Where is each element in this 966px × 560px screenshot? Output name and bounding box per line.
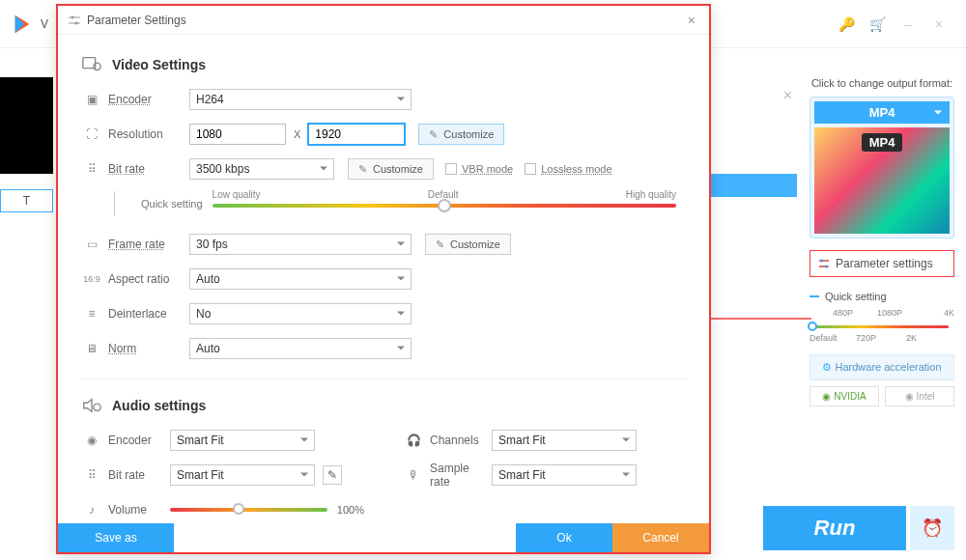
aspect-label: Aspect ratio bbox=[102, 272, 189, 286]
sample-label: Sample rate bbox=[424, 462, 492, 489]
encoder-label: Encoder bbox=[102, 93, 189, 106]
quick-setting-row: Quick setting Low quality Default High q… bbox=[81, 189, 686, 218]
film-gear-icon bbox=[81, 54, 102, 75]
output-side-panel: Click to change output format: MP4 MP4 P… bbox=[810, 77, 954, 406]
output-format-thumb: MP4 bbox=[814, 127, 950, 234]
hardware-accel-toggle[interactable]: ⚙ Hardware acceleration bbox=[810, 354, 954, 380]
svg-point-8 bbox=[94, 404, 100, 410]
quick-setting-header: Quick setting bbox=[810, 291, 954, 302]
run-button[interactable]: Run bbox=[763, 506, 906, 550]
bitrate-customize-button[interactable]: ✎Customize bbox=[348, 158, 434, 180]
left-tab[interactable]: T bbox=[0, 189, 53, 212]
video-encoder-select[interactable]: H264 bbox=[189, 89, 412, 110]
save-as-button[interactable]: Save as bbox=[58, 523, 174, 552]
channels-select[interactable]: Smart Fit bbox=[492, 430, 637, 451]
svg-point-4 bbox=[71, 15, 74, 18]
quick-setting-label: Quick setting bbox=[141, 198, 203, 210]
cart-icon[interactable]: 🛒 bbox=[862, 16, 893, 32]
encoder-row: ▣ Encoder H264 bbox=[81, 85, 686, 114]
quick-setting-slider[interactable]: 480P 1080P 4K Default 720P 2K bbox=[810, 308, 954, 347]
audio-encoder-row: ◉ Encoder Smart Fit bbox=[81, 426, 364, 455]
volume-slider[interactable] bbox=[170, 508, 327, 512]
norm-select[interactable]: Auto bbox=[189, 338, 412, 359]
preview-thumbnail bbox=[0, 77, 53, 174]
vbr-mode-checkbox[interactable]: VBR mode bbox=[445, 163, 513, 175]
lossless-mode-checkbox[interactable]: Lossless mode bbox=[525, 163, 611, 175]
section-divider bbox=[81, 378, 686, 379]
sample-icon: 🎙 bbox=[403, 468, 424, 482]
dialog-title: Parameter Settings bbox=[87, 14, 186, 27]
audio-encoder-icon: ◉ bbox=[81, 434, 102, 447]
svg-point-7 bbox=[94, 63, 100, 70]
app-title-prefix: V bbox=[41, 17, 48, 31]
audio-encoder-select[interactable]: Smart Fit bbox=[170, 430, 315, 451]
norm-icon: 🖥 bbox=[81, 342, 102, 355]
sliders-icon bbox=[818, 258, 830, 269]
output-format-select[interactable]: MP4 bbox=[814, 101, 950, 124]
resolution-row: ⛶ Resolution X ✎Customize bbox=[81, 120, 686, 149]
deinterlace-row: ≡ Deinterlace No bbox=[81, 299, 686, 328]
quick-setting-panel: Quick setting 480P 1080P 4K Default 720P… bbox=[810, 291, 954, 347]
volume-percentage: 100% bbox=[337, 504, 364, 516]
pencil-icon: ✎ bbox=[429, 128, 438, 141]
audio-settings-header: Audio settings bbox=[81, 395, 686, 416]
pencil-icon: ✎ bbox=[436, 238, 444, 251]
norm-row: 🖥 Norm Auto bbox=[81, 334, 686, 363]
framerate-icon: ▭ bbox=[81, 238, 102, 251]
channels-icon: 🎧 bbox=[403, 434, 424, 447]
audio-bitrate-label: Bit rate bbox=[102, 468, 170, 482]
parameter-settings-button[interactable]: Parameter settings bbox=[810, 250, 954, 277]
channels-row: 🎧 Channels Smart Fit bbox=[403, 426, 686, 455]
resolution-customize-button[interactable]: ✎Customize bbox=[418, 124, 504, 145]
minimize-button[interactable]: – bbox=[893, 16, 923, 32]
key-icon[interactable]: 🔑 bbox=[831, 16, 862, 32]
parameter-settings-dialog: Parameter Settings × Video Settings ▣ En… bbox=[56, 4, 711, 554]
dialog-titlebar: Parameter Settings × bbox=[58, 6, 709, 35]
svg-point-0 bbox=[821, 260, 824, 263]
bitrate-icon: ⠿ bbox=[81, 162, 102, 176]
dialog-close-button[interactable]: × bbox=[684, 13, 699, 28]
video-bitrate-select[interactable]: 3500 kbps bbox=[189, 158, 334, 180]
app-logo-icon bbox=[12, 14, 33, 35]
audio-encoder-label: Encoder bbox=[102, 434, 170, 447]
resolution-x: X bbox=[294, 128, 300, 140]
mp4-badge: MP4 bbox=[862, 133, 903, 152]
param-settings-label: Parameter settings bbox=[836, 257, 933, 270]
resolution-width-input[interactable] bbox=[189, 124, 286, 145]
run-bar: Run ⏰ bbox=[763, 506, 954, 550]
bitrate-row: ⠿ Bit rate 3500 kbps ✎Customize VBR mode… bbox=[81, 154, 686, 183]
volume-icon: ♪ bbox=[81, 503, 102, 517]
deinterlace-select[interactable]: No bbox=[189, 303, 412, 324]
close-button[interactable]: × bbox=[923, 16, 954, 32]
sample-rate-select[interactable]: Smart Fit bbox=[492, 464, 637, 486]
framerate-row: ▭ Frame rate 30 fps ✎Customize bbox=[81, 230, 686, 259]
bitrate-label: Bit rate bbox=[102, 162, 189, 176]
aspect-icon: 16:9 bbox=[81, 274, 102, 284]
output-format-card[interactable]: MP4 MP4 bbox=[810, 97, 954, 238]
sub-panel-close-icon[interactable]: × bbox=[783, 87, 792, 104]
nvidia-badge[interactable]: ◉NVIDIA bbox=[810, 386, 879, 406]
audio-bitrate-edit-icon[interactable]: ✎ bbox=[323, 465, 342, 485]
audio-bitrate-row: ⠿ Bit rate Smart Fit ✎ bbox=[81, 461, 364, 490]
ok-button[interactable]: Ok bbox=[516, 523, 612, 552]
hardware-badges: ◉NVIDIA ◉Intel bbox=[810, 386, 954, 406]
audio-bitrate-select[interactable]: Smart Fit bbox=[170, 464, 315, 486]
framerate-customize-button[interactable]: ✎Customize bbox=[425, 234, 511, 255]
resolution-icon: ⛶ bbox=[81, 127, 102, 141]
dialog-footer: Save as Ok Cancel bbox=[58, 523, 709, 552]
dialog-body: Video Settings ▣ Encoder H264 ⛶ Resoluti… bbox=[58, 35, 709, 523]
sample-rate-row: 🎙 Sample rate Smart Fit bbox=[403, 461, 686, 490]
volume-label: Volume bbox=[102, 503, 170, 517]
audio-bitrate-icon: ⠿ bbox=[81, 468, 102, 482]
svg-point-1 bbox=[825, 266, 828, 268]
deinterlace-label: Deinterlace bbox=[102, 307, 189, 321]
cancel-button[interactable]: Cancel bbox=[612, 523, 709, 552]
aspect-ratio-select[interactable]: Auto bbox=[189, 268, 412, 290]
intel-badge[interactable]: ◉Intel bbox=[885, 386, 954, 406]
framerate-select[interactable]: 30 fps bbox=[189, 234, 412, 255]
schedule-button[interactable]: ⏰ bbox=[910, 506, 954, 550]
video-quality-slider[interactable]: Low quality Default High quality bbox=[213, 189, 676, 218]
resolution-height-input[interactable] bbox=[308, 124, 405, 145]
norm-label: Norm bbox=[102, 342, 189, 355]
channels-label: Channels bbox=[424, 434, 492, 447]
